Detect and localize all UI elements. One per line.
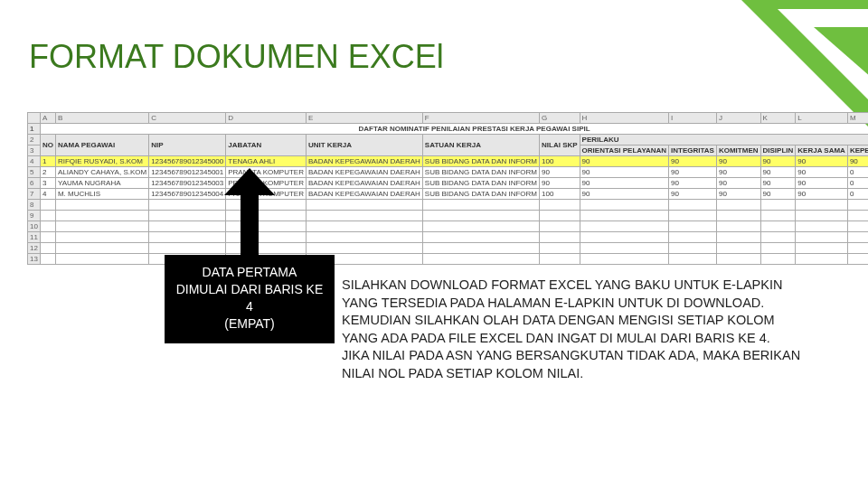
data-row: 6 3 YAUMA NUGRAHA 123456789012345003 PRA… <box>28 178 869 189</box>
data-row: 7 4 M. MUCHLIS 123456789012345004 PRANAT… <box>28 189 869 200</box>
instruction-line: YANG TERSEDIA PADA HALAMAN E-LAPKIN UNTU… <box>342 295 857 313</box>
instruction-line: YANG ADA PADA FILE EXCEL DAN INGAT DI MU… <box>342 330 857 348</box>
callout-line: (EMPAT) <box>170 315 329 333</box>
empty-row: 9 <box>28 211 869 221</box>
callout-line: 4 <box>170 298 329 315</box>
slide-title: FORMAT DOKUMEN EXCEl <box>29 38 444 76</box>
instruction-text: SILAHKAN DOWNLOAD FORMAT EXCEL YANG BAKU… <box>342 277 857 382</box>
instruction-line: SILAHKAN DOWNLOAD FORMAT EXCEL YANG BAKU… <box>342 277 857 295</box>
column-letters-row: A B C D E F G H I J K L M <box>28 113 869 124</box>
excel-screenshot: A B C D E F G H I J K L M 1 DAFTAR NOMIN… <box>27 112 841 265</box>
empty-row: 12 <box>28 243 869 254</box>
callout-box: DATA PERTAMA DIMULAI DARI BARIS KE 4 (EM… <box>165 255 335 343</box>
header-row-1: 2 NO NAMA PEGAWAI NIP JABATAN UNIT KERJA… <box>28 135 869 145</box>
instruction-line: KEMUDIAN SILAHKAN OLAH DATA DENGAN MENGI… <box>342 312 857 330</box>
callout-line: DIMULAI DARI BARIS KE <box>170 281 329 298</box>
callout-line: DATA PERTAMA <box>170 264 329 281</box>
data-row: 5 2 ALIANDY CAHAYA, S.KOM 12345678901234… <box>28 167 869 178</box>
instruction-line: NILAI NOL PADA SETIAP KOLOM NILAI. <box>342 365 857 383</box>
empty-row: 13 <box>28 254 869 265</box>
arrow-up-icon <box>224 168 275 255</box>
empty-row: 10 <box>28 221 869 232</box>
empty-row: 11 <box>28 232 869 243</box>
data-row-highlighted: 4 1 RIFQIE RUSYADI, S.KOM 12345678901234… <box>28 156 869 167</box>
empty-row: 8 <box>28 200 869 211</box>
instruction-line: JIKA NILAI PADA ASN YANG BERSANGKUTAN TI… <box>342 347 857 365</box>
sheet-title-row: 1 DAFTAR NOMINATIF PENILAIAN PRESTASI KE… <box>28 124 869 135</box>
